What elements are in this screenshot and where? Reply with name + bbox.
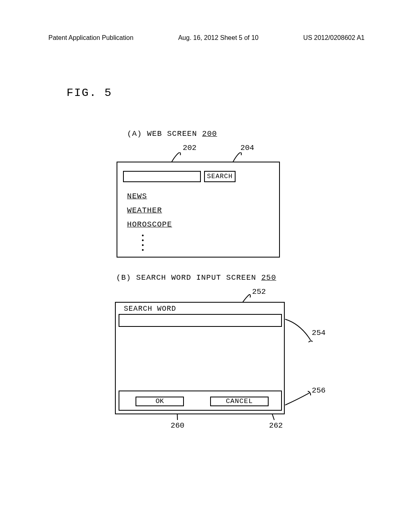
link-horoscope[interactable]: HOROSCOPE <box>127 220 172 229</box>
input-screen-box: SEARCH WORD OK CANCEL <box>115 302 285 414</box>
search-word-label: SEARCH WORD <box>124 305 176 313</box>
lead-line-256 <box>284 391 313 407</box>
ref-202: 202 <box>183 143 196 152</box>
link-weather[interactable]: WEATHER <box>127 206 162 215</box>
page-header: Patent Application Publication Aug. 16, … <box>0 0 413 42</box>
header-right: US 2012/0208602 A1 <box>303 34 365 42</box>
ok-button[interactable]: OK <box>136 397 184 406</box>
cancel-button[interactable]: CANCEL <box>210 397 269 406</box>
header-center: Aug. 16, 2012 Sheet 5 of 10 <box>178 34 259 42</box>
lead-line-254 <box>284 318 313 346</box>
ref-254: 254 <box>312 328 325 337</box>
link-news[interactable]: NEWS <box>127 192 147 201</box>
button-panel: OK CANCEL <box>119 391 282 411</box>
search-input-field[interactable] <box>123 171 201 182</box>
search-word-input[interactable] <box>119 314 282 327</box>
figure-label: FIG. 5 <box>67 87 112 99</box>
ref-260: 260 <box>171 421 184 430</box>
search-button[interactable]: SEARCH <box>204 171 236 182</box>
caption-b: (B) SEARCH WORD INPUT SCREEN 250 <box>116 273 276 282</box>
ref-256: 256 <box>312 386 325 395</box>
ref-262: 262 <box>269 421 283 430</box>
ellipsis-icon: ●●●● <box>142 233 144 252</box>
header-left: Patent Application Publication <box>48 34 133 42</box>
web-screen-box: SEARCH NEWS WEATHER HOROSCOPE ●●●● <box>117 162 280 258</box>
caption-a: (A) WEB SCREEN 200 <box>127 129 217 138</box>
ref-204: 204 <box>240 143 254 152</box>
